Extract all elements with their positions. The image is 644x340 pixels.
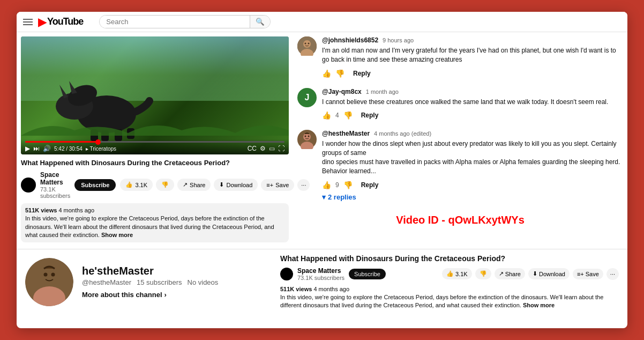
subtitle-button[interactable]: CC [248, 145, 257, 152]
settings-button[interactable]: ⚙ [260, 145, 266, 152]
channel-avatar[interactable] [21, 178, 36, 193]
like-icon-1[interactable]: 👍 [322, 69, 331, 78]
svg-point-23 [51, 272, 55, 276]
play-button[interactable]: ▶ [25, 145, 30, 152]
channel-card-meta: @hestheMaster 15 subscribers No videos [82, 278, 272, 286]
comment-actions-3: 👍 9 👎 Reply [322, 179, 623, 191]
dislike-icon-3[interactable]: 👎 [343, 181, 353, 189]
right-panel: @johnshields6852 9 hours ago I'm an old … [297, 36, 623, 242]
video-card-channel-row: Space Matters 73.1K subscribers Subscrib… [280, 267, 619, 281]
video-card: What Happened with Dinosaurs During the … [280, 254, 619, 309]
mini-dislike-button[interactable]: 👎 [475, 268, 491, 279]
hamburger-menu[interactable] [23, 19, 33, 25]
mini-subs: 73.1K subscribers [297, 275, 345, 281]
like-icon-3[interactable]: 👍 [322, 181, 331, 189]
mini-download-button[interactable]: ⬇ Download [528, 268, 570, 279]
subscribe-button[interactable]: Subscribe [74, 179, 116, 191]
upload-date: 4 months ago [58, 207, 94, 213]
bottom-section: he'stheMaster @hestheMaster 15 subscribe… [17, 249, 627, 316]
svg-point-12 [305, 43, 306, 45]
channel-card-avatar[interactable] [25, 258, 73, 306]
like-count-3: 9 [335, 181, 339, 189]
save-button[interactable]: ≡+ Save [261, 179, 294, 191]
video-card-title: What Happened with Dinosaurs During the … [280, 254, 619, 263]
comment-header-1: @johnshields6852 9 hours ago [322, 36, 623, 44]
comment-actions-2: 👍 4 👎 Reply [322, 109, 623, 121]
comment-item-3: @hestheMaster 4 months ago (edited) I wo… [297, 130, 623, 201]
like-count: 3.1K [135, 182, 147, 188]
reply-button-1[interactable]: Reply [349, 68, 375, 79]
channel-info: Space Matters 73.1K subscribers [40, 171, 70, 199]
mini-more-button[interactable]: ··· [606, 268, 619, 280]
reply-button-2[interactable]: Reply [357, 109, 383, 121]
avatar-jay: J [297, 88, 317, 107]
commenter-name-1: @johnshields6852 [322, 36, 378, 44]
like-button[interactable]: 👍 3.1K [120, 179, 153, 191]
show-more-button[interactable]: Show more [101, 232, 133, 238]
search-button[interactable]: 🔍 [250, 16, 270, 28]
channel-row: Space Matters 73.1K subscribers Subscrib… [21, 171, 289, 199]
comment-time-1: 9 hours ago [383, 37, 414, 43]
comment-header-3: @hestheMaster 4 months ago (edited) [322, 130, 623, 137]
comment-text-3: I wonder how the dinos slept when just a… [322, 139, 623, 175]
video-controls: ▶ ⏭ 🔊 5:42 / 30:54 ▸ Triceratops CC ⚙ ▭ … [21, 139, 289, 154]
mini-channel-name: Space Matters [297, 267, 345, 275]
dislike-button[interactable]: 👎 [156, 179, 174, 191]
more-about-text: More about this channel [82, 291, 162, 299]
action-buttons: 👍 3.1K 👎 ↗ Share ⬇ Download [120, 179, 310, 191]
svg-point-22 [44, 272, 48, 276]
video-id-banner: Video ID - qOwLKxytWYs [297, 210, 623, 231]
main-content: ▶ ⏭ 🔊 5:42 / 30:54 ▸ Triceratops CC ⚙ ▭ … [17, 32, 627, 247]
progress-bar[interactable] [25, 141, 284, 143]
search-input[interactable] [100, 16, 250, 28]
thumbs-up-icon: 👍 [125, 181, 133, 188]
card-upload-date: 4 months ago [313, 286, 349, 292]
video-description: 511K views 4 months ago In this video, w… [21, 203, 289, 243]
mini-like-count: 3.1K [455, 271, 468, 277]
download-icon: ⬇ [219, 181, 224, 188]
video-player[interactable]: ▶ ⏭ 🔊 5:42 / 30:54 ▸ Triceratops CC ⚙ ▭ … [21, 36, 289, 154]
dislike-icon-1[interactable]: 👎 [335, 69, 345, 78]
mini-share-button[interactable]: ↗ Share [495, 268, 525, 279]
mini-save-button[interactable]: ≡+ Save [573, 269, 603, 279]
description-text: In this video, we're going to explore th… [25, 215, 274, 238]
comment-text-1: I'm an old man now and I'm very grateful… [322, 46, 623, 64]
svg-point-18 [308, 136, 310, 137]
browser-window: ▶ YouTube 🔍 [17, 12, 627, 328]
youtube-logo-icon: ▶ [38, 16, 46, 28]
mini-download-icon: ⬇ [533, 270, 537, 277]
mini-save-icon: ≡+ [577, 271, 584, 277]
svg-marker-3 [59, 85, 68, 98]
mini-subscribe-button[interactable]: Subscribe [349, 269, 386, 279]
mini-thumbs-down-icon: 👎 [480, 270, 487, 277]
chevron-down-icon: ▾ [322, 193, 326, 201]
youtube-logo[interactable]: ▶ YouTube [38, 16, 83, 28]
dislike-icon-2[interactable]: 👎 [343, 111, 353, 120]
mini-like-button[interactable]: 👍 3.1K [442, 268, 472, 279]
avatar-johnshields [297, 36, 317, 56]
card-show-more[interactable]: Show more [523, 302, 555, 308]
search-bar[interactable]: 🔍 [99, 15, 271, 28]
share-button[interactable]: ↗ Share [177, 179, 211, 191]
more-about-link[interactable]: More about this channel › [82, 291, 272, 299]
comment-item-1: @johnshields6852 9 hours ago I'm an old … [297, 36, 623, 79]
theater-button[interactable]: ▭ [269, 145, 275, 152]
youtube-logo-text: YouTube [47, 16, 83, 27]
reply-button-3[interactable]: Reply [357, 179, 383, 191]
commenter-name-2: @Jay-qm8cx [322, 88, 362, 95]
comment-header-2: @Jay-qm8cx 1 month ago [322, 88, 623, 95]
fullscreen-button[interactable]: ⛶ [278, 145, 284, 152]
comment-item-2: J @Jay-qm8cx 1 month ago I cannot believ… [297, 88, 623, 122]
left-panel: ▶ ⏭ 🔊 5:42 / 30:54 ▸ Triceratops CC ⚙ ▭ … [21, 36, 289, 242]
next-button[interactable]: ⏭ [33, 145, 40, 152]
card-view-count: 511K views [280, 286, 312, 292]
mini-channel-info: Space Matters 73.1K subscribers [297, 267, 345, 281]
comment-time-3: 4 months ago (edited) [374, 130, 431, 137]
mini-actions: 👍 3.1K 👎 ↗ Share ⬇ Download [442, 268, 619, 280]
volume-button[interactable]: 🔊 [43, 145, 51, 152]
replies-toggle[interactable]: ▾ 2 replies [322, 193, 623, 201]
like-icon-2[interactable]: 👍 [322, 111, 331, 120]
like-count-2: 4 [335, 112, 339, 119]
download-button[interactable]: ⬇ Download [214, 179, 258, 191]
mini-share-icon: ↗ [499, 270, 504, 277]
